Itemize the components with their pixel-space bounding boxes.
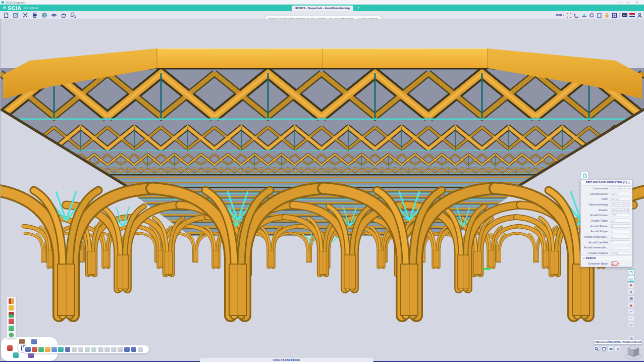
gesamter-baum-toggle[interactable] (611, 262, 619, 266)
property-value-field[interactable]: 0 (610, 230, 630, 234)
property-value-field[interactable]: 3 (610, 235, 630, 239)
property-value-field[interactable]: Allgemein XYZ ∨ (610, 208, 630, 212)
input-dock (23, 345, 149, 353)
slab-2-icon[interactable] (91, 347, 97, 352)
property-value-field[interactable]: 0 (610, 224, 630, 228)
eye-globe-icon[interactable] (608, 346, 614, 352)
property-row: Lineare Analyse Fertig (581, 250, 632, 256)
debug-section-header[interactable]: ▼ DEBUG (581, 255, 632, 260)
property-value-field[interactable]: 877 (610, 219, 630, 223)
panel-tab-icon[interactable] (581, 172, 588, 179)
ucs-axes-icon[interactable] (574, 13, 579, 18)
refresh-icon[interactable] (589, 13, 595, 18)
support-icon[interactable] (45, 347, 50, 352)
property-value-field[interactable]: EC-EN (610, 197, 630, 201)
navigation-cube[interactable] (624, 343, 643, 360)
print-icon[interactable] (31, 12, 38, 19)
tag-tool-icon[interactable] (9, 319, 14, 324)
model-viewport[interactable] (0, 19, 644, 362)
dot-grid-icon[interactable]: ∷ (628, 315, 634, 321)
clamp-icon[interactable]: ⊢ (628, 308, 634, 315)
pad-icon[interactable] (138, 347, 143, 352)
node-icon[interactable] (25, 347, 31, 352)
section-plane-icon[interactable]: ◰ (628, 276, 634, 282)
toolbar-right: BGR ∨ (556, 11, 642, 19)
property-row: Lizenznummer SCIA (581, 191, 632, 196)
property-value-field[interactable]: 735 (610, 213, 630, 217)
visibility-icon[interactable] (50, 12, 58, 19)
open-edit-icon[interactable] (12, 12, 19, 19)
plate-icon[interactable] (72, 347, 77, 352)
circle-tool-icon[interactable] (9, 332, 14, 338)
shell-icon[interactable] (78, 347, 84, 352)
lock-icon[interactable] (604, 13, 610, 18)
arch-icon[interactable] (58, 347, 64, 352)
property-value-field[interactable]: p.roun@scia.net (610, 186, 630, 190)
level-icon[interactable] (581, 13, 587, 18)
project-tab[interactable]: 320071 - Superhub - Hoofdberekening (292, 6, 353, 11)
maximize-button[interactable]: ▢ (625, 0, 631, 5)
user-icon[interactable] (637, 13, 642, 18)
mesh-icon[interactable] (32, 347, 37, 352)
property-value-field[interactable]: 4 (610, 246, 630, 250)
slab-icon[interactable] (85, 347, 90, 352)
favorites-icon[interactable] (60, 12, 67, 19)
window-layout-icon[interactable] (612, 13, 617, 18)
property-value: 7 (611, 241, 613, 244)
marker-icon[interactable]: ⚑ (628, 282, 634, 288)
selection-frame-icon[interactable] (566, 13, 572, 18)
property-value-field[interactable]: NEN EN NA (Die ... (610, 202, 630, 206)
render-box-icon[interactable] (51, 347, 57, 352)
input-area-bar[interactable]: EINGABEBEREICH (200, 357, 373, 362)
steel-workstation-icon[interactable] (13, 352, 19, 358)
document-search-icon[interactable] (69, 12, 77, 19)
property-value: 0 (611, 225, 613, 228)
column-tool-icon[interactable] (9, 298, 14, 304)
panel-icon[interactable] (98, 347, 103, 352)
frame-workstation-icon[interactable] (31, 339, 37, 344)
tools-icon[interactable] (21, 12, 29, 19)
nl-flag-icon[interactable] (629, 13, 635, 17)
property-row: Anzahl Träger 877 (581, 218, 632, 224)
property-row: Anzahl verwendet... 4 (581, 245, 632, 250)
close-button[interactable]: ✕ (634, 0, 640, 5)
home-pin-icon[interactable]: ⌂ (628, 180, 630, 185)
frame-tool-icon[interactable] (65, 347, 71, 352)
checklist-icon[interactable]: ☑ (628, 322, 634, 328)
clipping-box-icon[interactable]: ◳ (628, 269, 634, 275)
chevron-down-icon: ∨ (563, 14, 564, 17)
property-value-field[interactable]: Fertig (610, 251, 630, 255)
locale-dropdown[interactable]: BGR ∨ (556, 14, 564, 17)
web-icon[interactable] (40, 12, 48, 19)
camera-icon[interactable] (38, 347, 44, 352)
property-label: Norm (582, 197, 610, 200)
property-value: 877 (611, 219, 616, 222)
link-icon[interactable] (124, 347, 130, 352)
new-tab-button[interactable]: + (355, 5, 361, 11)
zoom-icon[interactable] (594, 346, 600, 352)
zigzag-tool-icon[interactable] (9, 305, 14, 311)
loads-workstation-icon[interactable] (7, 345, 13, 351)
frame-tool-icon[interactable] (9, 326, 14, 331)
property-value-field[interactable]: 7 (610, 240, 630, 244)
target-icon[interactable]: ◉ (628, 302, 634, 308)
collapse-triangle-icon: ▼ (583, 257, 585, 260)
section-tool-icon[interactable] (9, 312, 14, 318)
property-value: 4 (611, 246, 613, 249)
stretch-icon[interactable]: ⇕ (628, 289, 634, 295)
panel-header[interactable]: PROJEKT-GRUNDDATEN (1) ⌂ (581, 180, 632, 186)
bolt-icon[interactable] (131, 347, 137, 352)
minimize-button[interactable]: – (616, 0, 622, 5)
property-row: Anzahl verwendet... 3 (581, 234, 632, 240)
clipboard-icon[interactable] (597, 13, 602, 18)
shield-icon[interactable] (601, 346, 607, 352)
layers-icon[interactable]: ▤ (628, 295, 634, 301)
disc-icon[interactable] (104, 347, 110, 352)
arc-1-icon[interactable] (111, 347, 117, 352)
property-value-field[interactable]: SCIA (610, 192, 630, 196)
new-document-icon[interactable] (2, 12, 10, 19)
property-value: 3 (611, 235, 613, 238)
arc-2-icon[interactable] (118, 347, 123, 352)
pan-icon[interactable] (615, 346, 621, 352)
eu-flag-icon[interactable] (622, 13, 627, 17)
